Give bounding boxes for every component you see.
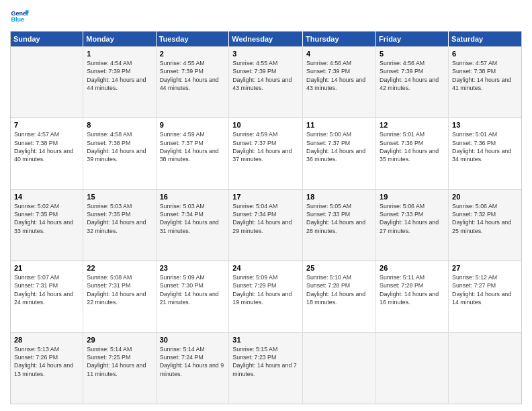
calendar-cell: 28Sunrise: 5:13 AMSunset: 7:26 PMDayligh… xyxy=(11,332,83,404)
day-info: Sunrise: 5:14 AMSunset: 7:25 PMDaylight:… xyxy=(87,345,152,378)
day-number: 9 xyxy=(160,121,226,129)
day-number: 28 xyxy=(14,336,79,344)
calendar-cell: 4Sunrise: 4:56 AMSunset: 7:39 PMDaylight… xyxy=(303,47,376,118)
day-number: 27 xyxy=(452,264,518,272)
day-info: Sunrise: 5:14 AMSunset: 7:24 PMDaylight:… xyxy=(160,345,226,378)
day-number: 3 xyxy=(232,50,299,58)
calendar-week-row: 7Sunrise: 4:57 AMSunset: 7:38 PMDaylight… xyxy=(11,118,522,189)
day-info: Sunrise: 5:01 AMSunset: 7:36 PMDaylight:… xyxy=(452,130,518,163)
calendar-cell: 8Sunrise: 4:58 AMSunset: 7:38 PMDaylight… xyxy=(83,118,156,189)
calendar-cell: 3Sunrise: 4:55 AMSunset: 7:39 PMDaylight… xyxy=(229,47,303,118)
calendar-cell: 6Sunrise: 4:57 AMSunset: 7:38 PMDaylight… xyxy=(449,47,522,118)
calendar-cell: 14Sunrise: 5:02 AMSunset: 7:35 PMDayligh… xyxy=(11,189,83,261)
calendar-cell: 30Sunrise: 5:14 AMSunset: 7:24 PMDayligh… xyxy=(156,332,229,404)
day-info: Sunrise: 5:03 AMSunset: 7:35 PMDaylight:… xyxy=(87,202,152,235)
day-info: Sunrise: 5:11 AMSunset: 7:28 PMDaylight:… xyxy=(380,273,445,306)
weekday-header: Sunday xyxy=(11,32,83,47)
day-info: Sunrise: 5:00 AMSunset: 7:37 PMDaylight:… xyxy=(306,130,372,163)
calendar-cell: 1Sunrise: 4:54 AMSunset: 7:39 PMDaylight… xyxy=(83,47,156,118)
day-number: 30 xyxy=(160,336,226,344)
calendar-cell xyxy=(11,47,83,118)
weekday-header: Wednesday xyxy=(229,32,303,47)
calendar-cell: 24Sunrise: 5:09 AMSunset: 7:29 PMDayligh… xyxy=(229,261,303,332)
calendar-cell: 29Sunrise: 5:14 AMSunset: 7:25 PMDayligh… xyxy=(83,332,156,404)
calendar-cell: 15Sunrise: 5:03 AMSunset: 7:35 PMDayligh… xyxy=(83,189,156,261)
calendar-cell: 7Sunrise: 4:57 AMSunset: 7:38 PMDaylight… xyxy=(11,118,83,189)
day-info: Sunrise: 5:07 AMSunset: 7:31 PMDaylight:… xyxy=(14,273,79,306)
day-info: Sunrise: 4:56 AMSunset: 7:39 PMDaylight:… xyxy=(380,59,445,92)
day-info: Sunrise: 5:09 AMSunset: 7:29 PMDaylight:… xyxy=(232,273,299,306)
logo-icon: General Blue xyxy=(10,7,29,26)
day-number: 31 xyxy=(232,336,299,344)
day-info: Sunrise: 4:59 AMSunset: 7:37 PMDaylight:… xyxy=(232,130,299,163)
calendar-cell: 27Sunrise: 5:12 AMSunset: 7:27 PMDayligh… xyxy=(449,261,522,332)
weekday-header: Saturday xyxy=(449,32,522,47)
weekday-header: Tuesday xyxy=(156,32,229,47)
day-info: Sunrise: 5:04 AMSunset: 7:34 PMDaylight:… xyxy=(232,202,299,235)
calendar-cell: 17Sunrise: 5:04 AMSunset: 7:34 PMDayligh… xyxy=(229,189,303,261)
calendar-cell: 31Sunrise: 5:15 AMSunset: 7:23 PMDayligh… xyxy=(229,332,303,404)
calendar-cell: 25Sunrise: 5:10 AMSunset: 7:28 PMDayligh… xyxy=(303,261,376,332)
calendar-cell xyxy=(449,332,522,404)
calendar-table: SundayMondayTuesdayWednesdayThursdayFrid… xyxy=(10,31,522,404)
day-info: Sunrise: 4:58 AMSunset: 7:38 PMDaylight:… xyxy=(87,130,152,163)
day-number: 7 xyxy=(14,121,79,129)
day-number: 15 xyxy=(87,193,152,201)
day-info: Sunrise: 4:55 AMSunset: 7:39 PMDaylight:… xyxy=(160,59,226,92)
day-info: Sunrise: 5:06 AMSunset: 7:32 PMDaylight:… xyxy=(452,202,518,235)
calendar-cell: 9Sunrise: 4:59 AMSunset: 7:37 PMDaylight… xyxy=(156,118,229,189)
day-number: 21 xyxy=(14,264,79,272)
day-number: 18 xyxy=(306,193,372,201)
day-number: 20 xyxy=(452,193,518,201)
logo: General Blue xyxy=(10,7,32,26)
header: General Blue xyxy=(10,7,522,26)
calendar-week-row: 14Sunrise: 5:02 AMSunset: 7:35 PMDayligh… xyxy=(11,189,522,261)
day-number: 5 xyxy=(380,50,445,58)
day-info: Sunrise: 5:12 AMSunset: 7:27 PMDaylight:… xyxy=(452,273,518,306)
day-info: Sunrise: 4:54 AMSunset: 7:39 PMDaylight:… xyxy=(87,59,152,92)
calendar-cell: 13Sunrise: 5:01 AMSunset: 7:36 PMDayligh… xyxy=(449,118,522,189)
calendar-week-row: 28Sunrise: 5:13 AMSunset: 7:26 PMDayligh… xyxy=(11,332,522,404)
day-number: 4 xyxy=(306,50,372,58)
day-info: Sunrise: 4:56 AMSunset: 7:39 PMDaylight:… xyxy=(306,59,372,92)
calendar-cell: 19Sunrise: 5:06 AMSunset: 7:33 PMDayligh… xyxy=(376,189,449,261)
day-info: Sunrise: 5:13 AMSunset: 7:26 PMDaylight:… xyxy=(14,345,79,378)
calendar-cell: 21Sunrise: 5:07 AMSunset: 7:31 PMDayligh… xyxy=(11,261,83,332)
day-number: 13 xyxy=(452,121,518,129)
calendar-cell: 23Sunrise: 5:09 AMSunset: 7:30 PMDayligh… xyxy=(156,261,229,332)
calendar-cell: 11Sunrise: 5:00 AMSunset: 7:37 PMDayligh… xyxy=(303,118,376,189)
day-info: Sunrise: 5:09 AMSunset: 7:30 PMDaylight:… xyxy=(160,273,226,306)
day-number: 29 xyxy=(87,336,152,344)
calendar-cell: 5Sunrise: 4:56 AMSunset: 7:39 PMDaylight… xyxy=(376,47,449,118)
day-info: Sunrise: 5:05 AMSunset: 7:33 PMDaylight:… xyxy=(306,202,372,235)
day-number: 8 xyxy=(87,121,152,129)
day-info: Sunrise: 5:06 AMSunset: 7:33 PMDaylight:… xyxy=(380,202,445,235)
day-number: 25 xyxy=(306,264,372,272)
page: General Blue SundayMondayTuesdayWednesda… xyxy=(0,0,532,411)
day-number: 16 xyxy=(160,193,226,201)
day-info: Sunrise: 4:55 AMSunset: 7:39 PMDaylight:… xyxy=(232,59,299,92)
day-info: Sunrise: 4:57 AMSunset: 7:38 PMDaylight:… xyxy=(14,130,79,163)
day-number: 11 xyxy=(306,121,372,129)
weekday-header: Monday xyxy=(83,32,156,47)
calendar-cell: 2Sunrise: 4:55 AMSunset: 7:39 PMDaylight… xyxy=(156,47,229,118)
calendar-cell xyxy=(303,332,376,404)
calendar-header-row: SundayMondayTuesdayWednesdayThursdayFrid… xyxy=(11,32,522,47)
calendar-cell: 18Sunrise: 5:05 AMSunset: 7:33 PMDayligh… xyxy=(303,189,376,261)
svg-text:Blue: Blue xyxy=(11,16,24,23)
day-number: 10 xyxy=(232,121,299,129)
day-number: 26 xyxy=(380,264,445,272)
day-number: 24 xyxy=(232,264,299,272)
calendar-cell: 16Sunrise: 5:03 AMSunset: 7:34 PMDayligh… xyxy=(156,189,229,261)
day-info: Sunrise: 5:03 AMSunset: 7:34 PMDaylight:… xyxy=(160,202,226,235)
day-number: 12 xyxy=(380,121,445,129)
day-info: Sunrise: 5:01 AMSunset: 7:36 PMDaylight:… xyxy=(380,130,445,163)
day-number: 14 xyxy=(14,193,79,201)
day-info: Sunrise: 5:15 AMSunset: 7:23 PMDaylight:… xyxy=(232,345,299,378)
weekday-header: Friday xyxy=(376,32,449,47)
day-info: Sunrise: 4:59 AMSunset: 7:37 PMDaylight:… xyxy=(160,130,226,163)
day-number: 1 xyxy=(87,50,152,58)
calendar-cell: 20Sunrise: 5:06 AMSunset: 7:32 PMDayligh… xyxy=(449,189,522,261)
day-number: 2 xyxy=(160,50,226,58)
day-info: Sunrise: 5:08 AMSunset: 7:31 PMDaylight:… xyxy=(87,273,152,306)
